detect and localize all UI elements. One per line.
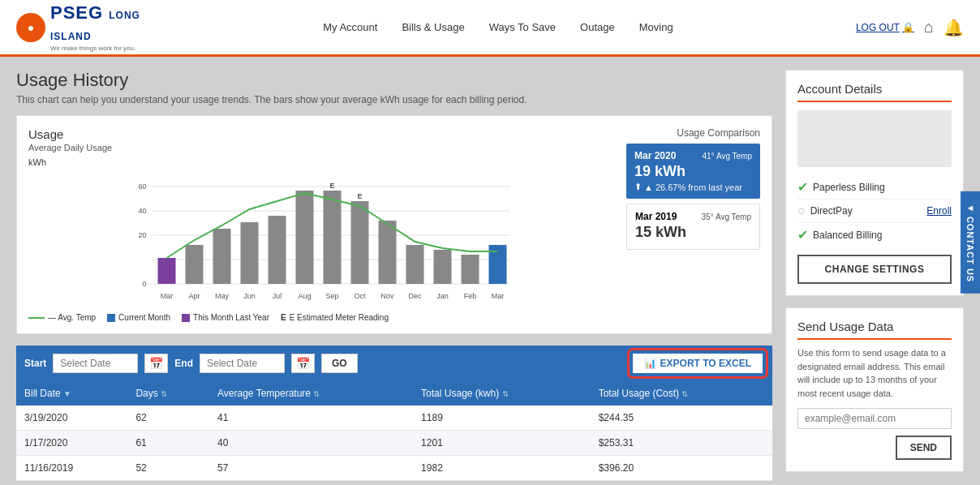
end-date-input[interactable] [200,354,285,373]
logout-button[interactable]: LOG OUT 🔒 [856,22,914,33]
svg-rect-22 [462,255,479,284]
chart-legend: — Avg. Temp Current Month This Month Las… [28,313,618,322]
nav-ways-to-save[interactable]: Ways To Save [489,21,556,33]
logo-tagline: We make things work for you. [50,45,140,52]
cell-bill-date: 1/17/2020 [16,431,127,456]
account-title: Account Details [797,82,952,102]
end-label: End [174,358,193,369]
svg-text:Sep: Sep [325,292,338,300]
cell-days: 61 [127,431,209,456]
svg-text:20: 20 [138,231,146,239]
start-label: Start [24,358,46,369]
cell-avg-temp: 41 [209,406,413,431]
svg-rect-12 [241,222,259,284]
data-table: Bill Date ▼ Days ⇅ Average Temperature ⇅… [16,381,772,481]
total-cost-sort-icon: ⇅ [681,389,688,398]
enroll-link[interactable]: Enroll [926,205,952,217]
cell-total-cost: $396.20 [591,456,772,481]
svg-rect-20 [406,245,424,284]
current-month-box [107,314,115,322]
change-settings-button[interactable]: CHANGE SETTINGS [797,255,952,284]
previous-kwh: 15 kWh [635,224,751,241]
col-days[interactable]: Days ⇅ [127,381,209,406]
days-sort-icon: ⇅ [161,389,167,398]
svg-rect-17 [351,201,369,284]
table-body: 3/19/2020 62 41 1189 $244.35 1/17/2020 6… [16,406,772,481]
bill-date-sort-icon: ▼ [63,389,71,398]
current-period-card: Mar 2020 41° Avg Temp 19 kWh ⬆ ▲ 26.67% … [626,144,760,199]
cell-bill-date: 3/19/2020 [16,406,127,431]
total-kwh-label: Total Usage (kwh) [421,388,499,399]
account-image [797,110,952,167]
col-total-kwh[interactable]: Total Usage (kwh) ⇅ [413,381,591,406]
svg-text:Mar: Mar [492,292,505,300]
svg-rect-9 [158,258,176,284]
total-cost-label: Total Usage (Cost) [599,388,679,399]
svg-text:Nov: Nov [380,292,394,300]
legend-last-year: This Month Last Year [182,313,269,322]
directpay-row: ○ DirectPay Enroll [797,200,952,223]
bell-icon[interactable]: 🔔 [943,18,964,37]
page-title: Usage History [16,70,772,91]
days-label: Days [135,388,157,399]
nav-outage[interactable]: Outage [580,21,615,33]
cell-total-kwh: 1982 [413,456,591,481]
col-total-cost[interactable]: Total Usage (Cost) ⇅ [591,381,772,406]
svg-rect-19 [379,221,397,284]
usage-comparison: Usage Comparison Mar 2020 41° Avg Temp 1… [626,127,760,322]
end-calendar-icon[interactable]: 📅 [291,354,315,373]
send-email-input[interactable] [797,408,952,429]
nav-my-account[interactable]: My Account [323,21,377,33]
legend-current-month-label: Current Month [118,313,170,322]
svg-text:Dec: Dec [408,292,422,300]
previous-month: Mar 2019 [635,211,677,222]
nav-moving[interactable]: Moving [639,21,673,33]
nav-bills-usage[interactable]: Bills & Usage [402,21,464,33]
change-arrow-icon: ⬆ [634,182,642,192]
comparison-title: Usage Comparison [626,127,760,139]
svg-rect-13 [269,216,286,284]
contact-us-tab[interactable]: ◄ CONTACT US [961,191,980,294]
svg-rect-21 [434,250,452,284]
svg-text:May: May [215,292,230,300]
col-avg-temp[interactable]: Average Temperature ⇅ [209,381,413,406]
export-label: EXPORT TO EXCEL [660,358,751,369]
cell-total-cost: $253.31 [591,431,772,456]
svg-text:E: E [357,192,362,200]
col-bill-date[interactable]: Bill Date ▼ [16,381,127,406]
logo-circle: ● [16,13,45,42]
cell-avg-temp: 57 [209,456,413,481]
legend-avg-temp-label: — Avg. Temp [48,313,96,322]
send-button[interactable]: SEND [896,436,952,460]
svg-text:Feb: Feb [464,292,477,300]
svg-text:Jan: Jan [436,292,449,300]
export-excel-button[interactable]: 📊 EXPORT TO EXCEL [631,352,764,375]
cell-avg-temp: 40 [209,431,413,456]
start-date-input[interactable] [53,354,138,373]
main-layout: Usage History This chart can help you un… [0,57,980,485]
home-icon[interactable]: ⌂ [924,18,934,36]
chart-svg-container: 60 40 20 0 [28,170,618,308]
logo-sub: LONGISLAND [50,10,140,42]
cell-total-kwh: 1189 [413,406,591,431]
current-avg-temp: 41° Avg Temp [703,152,752,161]
top-right: LOG OUT 🔒 ⌂ 🔔 [856,18,964,37]
change-value: ▲ 26.67% from last year [644,182,742,192]
svg-rect-10 [186,245,204,284]
legend-estimated: E E Estimated Meter Reading [281,313,389,322]
svg-text:Apr: Apr [188,292,200,300]
go-button[interactable]: GO [321,354,358,373]
logo-text: PSEG LONGISLAND [50,2,140,44]
total-kwh-sort-icon: ⇅ [502,389,509,398]
legend-current-month: Current Month [107,313,170,322]
bill-date-label: Bill Date [24,388,61,399]
chart-title: Usage [28,127,618,141]
cell-bill-date: 11/16/2019 [16,456,127,481]
directpay-label: DirectPay [810,205,927,217]
start-calendar-icon[interactable]: 📅 [144,354,168,373]
paperless-billing-row: ✔ Paperless Billing [797,175,952,200]
send-description: Use this form to send usage data to a de… [797,346,952,400]
table-row: 1/17/2020 61 40 1201 $253.31 [16,431,772,456]
svg-rect-11 [213,229,231,284]
svg-text:0: 0 [142,280,146,288]
